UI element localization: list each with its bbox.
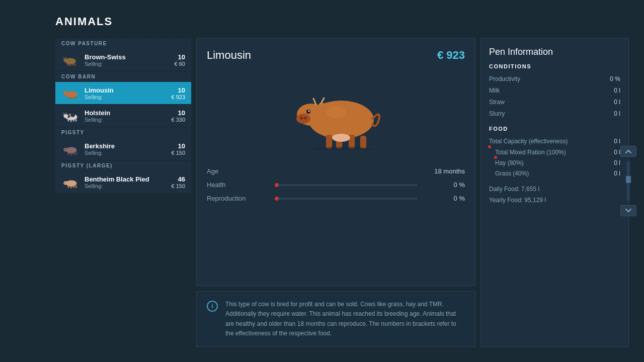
scroll-thumb[interactable] bbox=[626, 176, 631, 183]
yearly-food-value: 95,129 l bbox=[524, 197, 546, 204]
category-pigsty: PIGSTY bbox=[55, 127, 191, 138]
svg-point-6 bbox=[64, 58, 66, 61]
svg-line-7 bbox=[64, 57, 64, 59]
svg-point-20 bbox=[70, 114, 75, 117]
animal-meta-berkshire: 10 € 150 bbox=[171, 142, 185, 156]
svg-point-15 bbox=[64, 92, 66, 94]
stat-row-health: Health 0 % bbox=[207, 181, 465, 189]
pen-stat-milk: Milk 0 l bbox=[489, 85, 620, 97]
content-area: COW PASTURE Brown bbox=[55, 38, 629, 347]
scroll-slider[interactable] bbox=[627, 161, 630, 201]
pen-stat-label-milk: Milk bbox=[489, 87, 500, 94]
info-icon: i bbox=[207, 301, 218, 312]
animal-name-holstein: Holstein bbox=[85, 109, 166, 117]
food-tmr-row: Total Mixed Ration (100%) 0 l bbox=[489, 147, 620, 158]
svg-point-47 bbox=[296, 114, 310, 124]
reproduction-dot bbox=[275, 197, 279, 201]
animal-item-limousin[interactable]: Limousin Selling: 10 € 923 bbox=[55, 82, 191, 105]
svg-point-51 bbox=[308, 111, 309, 112]
daily-food-section: Daily Food: 7,655 l Yearly Food: 95,129 … bbox=[489, 184, 620, 206]
animal-info-bentheim: Bentheim Black Pied Selling: bbox=[85, 175, 166, 189]
total-capacity-value: 0 l bbox=[614, 138, 620, 145]
animal-price-berkshire: € 150 bbox=[171, 150, 185, 156]
animal-item-holstein[interactable]: Holstein Selling: 10 € 330 bbox=[55, 105, 191, 127]
stat-label-health: Health bbox=[207, 181, 267, 189]
pig-large-icon bbox=[61, 175, 79, 189]
animal-info-berkshire: Berkshire Selling: bbox=[85, 142, 166, 156]
svg-rect-22 bbox=[68, 119, 69, 122]
food-hay-row: Hay (80%) 0 l bbox=[489, 158, 620, 168]
svg-line-54 bbox=[321, 98, 324, 104]
animal-meta-holstein: 10 € 330 bbox=[171, 109, 185, 123]
cow-limousin-illustration bbox=[286, 74, 386, 150]
svg-rect-25 bbox=[75, 119, 77, 122]
stat-row-reproduction: Reproduction 0 % bbox=[207, 195, 465, 202]
svg-rect-55 bbox=[326, 135, 332, 149]
svg-rect-42 bbox=[75, 186, 77, 188]
pen-stat-value-milk: 0 l bbox=[614, 87, 620, 94]
yearly-food-label: Yearly Food: bbox=[489, 197, 523, 204]
pig-icon bbox=[61, 142, 79, 156]
svg-rect-11 bbox=[68, 97, 69, 99]
detail-animal-name: Limousin bbox=[207, 49, 251, 62]
svg-point-48 bbox=[300, 117, 303, 120]
svg-point-59 bbox=[332, 134, 350, 142]
animal-meta-brown-swiss: 10 € 60 bbox=[175, 53, 185, 67]
animal-price-bentheim: € 150 bbox=[171, 183, 185, 189]
pen-stat-value-productivity: 0 % bbox=[610, 75, 620, 82]
svg-point-36 bbox=[64, 149, 67, 150]
detail-header: Limousin € 923 bbox=[207, 49, 465, 62]
food-grass-label: Grass (40%) bbox=[495, 170, 529, 177]
animal-item-brown-swiss[interactable]: Brown-Swiss Selling: 10 € 60 bbox=[55, 49, 191, 71]
right-panel: Pen Information CONDITIONS Productivity … bbox=[480, 38, 629, 347]
animal-count-berkshire: 10 bbox=[178, 142, 185, 150]
pen-stat-straw: Straw 0 l bbox=[489, 97, 620, 108]
food-hay-value: 0 l bbox=[614, 159, 620, 166]
detail-card: Limousin € 923 bbox=[196, 38, 475, 286]
animal-info-holstein: Holstein Selling: bbox=[85, 109, 166, 123]
center-panel: Limousin € 923 bbox=[196, 38, 475, 347]
stat-value-reproduction: 0 % bbox=[425, 195, 465, 202]
food-section: FOOD Total Capacity (effectiveness) 0 l … bbox=[489, 126, 620, 206]
pen-stat-label-straw: Straw bbox=[489, 99, 505, 106]
svg-line-27 bbox=[64, 113, 64, 115]
food-section-title: FOOD bbox=[489, 126, 620, 132]
pen-stat-value-slurry: 0 l bbox=[614, 110, 620, 117]
svg-point-60 bbox=[326, 106, 346, 118]
food-grass-value: 0 l bbox=[614, 170, 620, 177]
stat-label-reproduction: Reproduction bbox=[207, 195, 267, 202]
stat-bar-reproduction bbox=[275, 198, 417, 200]
svg-rect-24 bbox=[73, 119, 74, 122]
animal-count-limousin: 10 bbox=[178, 86, 185, 94]
cow-limousin-icon bbox=[61, 86, 79, 100]
info-text: This type of cow is bred for profit and … bbox=[225, 300, 465, 338]
animal-item-bentheim[interactable]: Bentheim Black Pied Selling: 46 € 150 bbox=[55, 171, 191, 194]
svg-rect-4 bbox=[72, 63, 74, 66]
animal-meta-limousin: 10 € 923 bbox=[171, 86, 185, 100]
food-hay-label: Hay (80%) bbox=[495, 159, 524, 166]
scroll-down-button[interactable] bbox=[620, 205, 636, 216]
animal-selling-limousin: Selling: bbox=[85, 94, 166, 100]
animal-selling-brown-swiss: Selling: bbox=[85, 61, 170, 67]
animal-selling-holstein: Selling: bbox=[85, 117, 166, 123]
animal-count-holstein: 10 bbox=[178, 109, 185, 117]
svg-line-8 bbox=[66, 57, 66, 59]
svg-rect-33 bbox=[73, 152, 74, 155]
svg-point-49 bbox=[304, 117, 307, 120]
stat-label-age: Age bbox=[207, 167, 267, 175]
svg-rect-39 bbox=[68, 186, 69, 188]
pen-stat-label-productivity: Productivity bbox=[489, 75, 520, 82]
stat-value-age: 18 months bbox=[425, 167, 465, 175]
info-card: i This type of cow is bred for profit an… bbox=[196, 291, 475, 347]
animal-name-berkshire: Berkshire bbox=[85, 142, 166, 150]
svg-rect-14 bbox=[75, 97, 77, 99]
animal-item-berkshire[interactable]: Berkshire Selling: 10 € 150 bbox=[55, 138, 191, 160]
svg-rect-5 bbox=[74, 63, 76, 66]
scroll-up-button[interactable] bbox=[620, 146, 636, 157]
total-capacity-label: Total Capacity (effectiveness) bbox=[489, 138, 568, 145]
stats-section: Age 18 months Health 0 % bbox=[207, 167, 465, 202]
stat-value-health: 0 % bbox=[425, 181, 465, 189]
conditions-section-title: CONDITIONS bbox=[489, 63, 620, 69]
animal-image-area bbox=[207, 67, 465, 157]
svg-line-28 bbox=[66, 113, 66, 115]
